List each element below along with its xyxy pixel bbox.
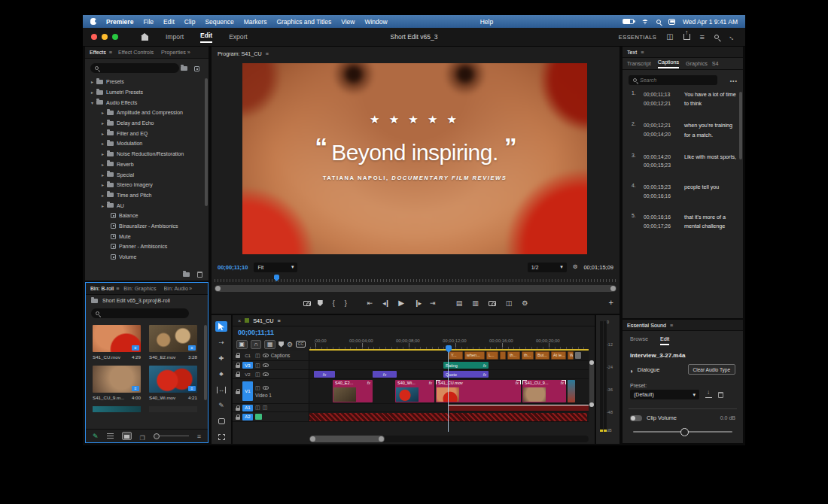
- caption-timecodes[interactable]: 00;00;14;2000;00;15;23: [644, 153, 680, 170]
- twirl-icon[interactable]: [102, 120, 104, 126]
- add-marker-icon[interactable]: [279, 342, 284, 348]
- tree-item[interactable]: Balance: [85, 211, 204, 221]
- menu-file[interactable]: File: [143, 18, 154, 26]
- clip-thumbnail[interactable]: ≡: [93, 325, 141, 352]
- video-clip[interactable]: S40_E2...fx: [333, 380, 373, 402]
- mute-icon[interactable]: [263, 405, 268, 411]
- close-sequence-icon[interactable]: ×: [238, 317, 241, 324]
- thumbnail-size-slider[interactable]: [154, 436, 189, 437]
- track-visibility-icon[interactable]: [263, 372, 269, 376]
- twirl-icon[interactable]: [91, 79, 93, 84]
- tab-overflow-icon[interactable]: [187, 49, 190, 56]
- caption-search-input[interactable]: [640, 77, 713, 83]
- extract-icon[interactable]: [472, 300, 479, 307]
- panel-menu-icon[interactable]: [109, 49, 112, 56]
- twirl-icon[interactable]: [102, 110, 104, 115]
- caption-timecodes[interactable]: 00;00;16;1600;00;17;26: [644, 213, 680, 231]
- twirl-icon[interactable]: [91, 100, 93, 105]
- bin-breadcrumb[interactable]: Short Edit v65_3.prproj\B-roll: [91, 298, 170, 303]
- program-video-frame[interactable]: ★ ★ ★ ★ ★ “ Beyond inspiring. ” TATIANA …: [242, 63, 587, 254]
- zoom-level-dropdown[interactable]: Fit: [254, 263, 297, 272]
- tree-item[interactable]: Noise Reduction/Restoration: [85, 149, 204, 159]
- tree-item[interactable]: Presets: [85, 77, 204, 87]
- tree-item[interactable]: Lumetri Presets: [85, 87, 204, 98]
- caption-text[interactable]: when you're training for a match.: [684, 121, 737, 139]
- menu-edit[interactable]: Edit: [163, 18, 175, 26]
- caption-clip[interactable]: Y...: [449, 351, 463, 360]
- menu-markers[interactable]: Markers: [244, 18, 267, 26]
- tree-item[interactable]: Delay and Echo: [85, 118, 204, 129]
- menu-window[interactable]: Window: [364, 18, 387, 26]
- menu-help[interactable]: Help: [480, 18, 493, 26]
- bin-search-input[interactable]: [102, 311, 184, 316]
- lock-icon[interactable]: [236, 374, 240, 377]
- caption-clip[interactable]: when...: [464, 351, 485, 360]
- sort-icon[interactable]: [197, 433, 201, 440]
- tab-edit[interactable]: Edit: [660, 335, 669, 345]
- comparison-view-icon[interactable]: [506, 300, 513, 307]
- caption-list-scrollbar[interactable]: [739, 92, 742, 159]
- caption-clip[interactable]: At le...: [551, 351, 566, 360]
- graphic-clip-rating[interactable]: Ratingfx: [443, 362, 489, 369]
- tab-bin-broll[interactable]: Bin: B-roll: [90, 285, 114, 292]
- workspaces-icon[interactable]: [666, 33, 673, 41]
- scrollbar-thumb[interactable]: [309, 436, 385, 442]
- filter-accelerated-icon[interactable]: [181, 66, 187, 71]
- effects-search-input[interactable]: [102, 65, 175, 71]
- quick-export-icon[interactable]: [683, 34, 690, 40]
- button-editor-icon[interactable]: [522, 300, 528, 307]
- audio-track-a2[interactable]: A2: [233, 412, 589, 422]
- tree-item[interactable]: Time and Pitch: [85, 190, 204, 201]
- program-timecode[interactable]: 00;00;11;10: [218, 264, 248, 271]
- sync-lock-icon[interactable]: [255, 372, 260, 378]
- linked-selection-icon[interactable]: [264, 340, 275, 349]
- more-options-icon[interactable]: •••: [730, 78, 738, 83]
- razor-tool[interactable]: [215, 369, 227, 379]
- track-select-forward-tool[interactable]: [215, 337, 227, 348]
- tree-item[interactable]: Stereo Imagery: [85, 180, 204, 190]
- twirl-icon[interactable]: [102, 193, 104, 198]
- menu-view[interactable]: View: [341, 18, 355, 26]
- bin-search[interactable]: [91, 308, 189, 318]
- preset-dropdown[interactable]: (Default): [630, 390, 699, 399]
- timeline-tab[interactable]: × S41_CU: [233, 315, 595, 326]
- tab-properties[interactable]: Properties: [161, 49, 186, 56]
- lock-icon[interactable]: [236, 365, 240, 368]
- menu-sequence[interactable]: Sequence: [205, 18, 233, 26]
- lock-icon[interactable]: [236, 391, 240, 394]
- adjustment-clip[interactable]: fx: [314, 371, 335, 378]
- lock-icon[interactable]: [236, 408, 240, 411]
- captions-cc-icon[interactable]: [296, 341, 306, 348]
- timeline-timecode[interactable]: 00;00;11;11: [238, 329, 274, 336]
- video-track-v2[interactable]: V2 fx fx Quotefx: [233, 370, 589, 379]
- program-scrollbar[interactable]: [215, 285, 616, 292]
- edit-pen-icon[interactable]: [93, 433, 99, 440]
- caption-timecodes[interactable]: 00;00;11;1300;00;12;21: [644, 90, 680, 108]
- video-clip[interactable]: S40_Wi...fx: [395, 380, 434, 402]
- fullscreen-icon[interactable]: [727, 32, 738, 43]
- tab-transcript[interactable]: Transcript: [627, 60, 651, 67]
- sync-lock-icon[interactable]: [255, 385, 260, 391]
- bin-item[interactable]: ≡ S40_Wi.mov4:21: [149, 366, 197, 400]
- track-badge[interactable]: A2: [242, 414, 253, 421]
- clip-thumbnail[interactable]: ≡: [93, 366, 141, 393]
- wifi-icon[interactable]: [641, 19, 649, 25]
- timeline-hscrollbar[interactable]: [309, 436, 589, 442]
- clear-audio-type-button[interactable]: Clear Audio Type: [688, 364, 735, 375]
- sync-lock-icon[interactable]: [255, 363, 260, 369]
- graphic-clip-quote[interactable]: Quotefx: [443, 371, 489, 378]
- tree-item[interactable]: Amplitude and Compression: [85, 108, 204, 118]
- video-clip-partial[interactable]: [568, 380, 575, 402]
- audio-meters-panel[interactable]: 0 -12 -24 -36 -48 dB: [596, 315, 619, 444]
- track-badge[interactable]: A1: [242, 405, 253, 411]
- solo-button[interactable]: [255, 414, 262, 420]
- mark-in-icon[interactable]: {: [333, 300, 335, 307]
- track-badge[interactable]: V1: [242, 381, 253, 401]
- add-marker-icon[interactable]: [303, 301, 311, 306]
- sync-lock-icon[interactable]: [255, 353, 260, 359]
- program-monitor-title[interactable]: Program: S41_CU: [218, 50, 262, 57]
- export-frame-icon[interactable]: [489, 301, 496, 306]
- control-center-icon[interactable]: [668, 19, 675, 25]
- timeline-settings-icon[interactable]: [287, 341, 293, 348]
- go-to-in-icon[interactable]: [367, 300, 373, 307]
